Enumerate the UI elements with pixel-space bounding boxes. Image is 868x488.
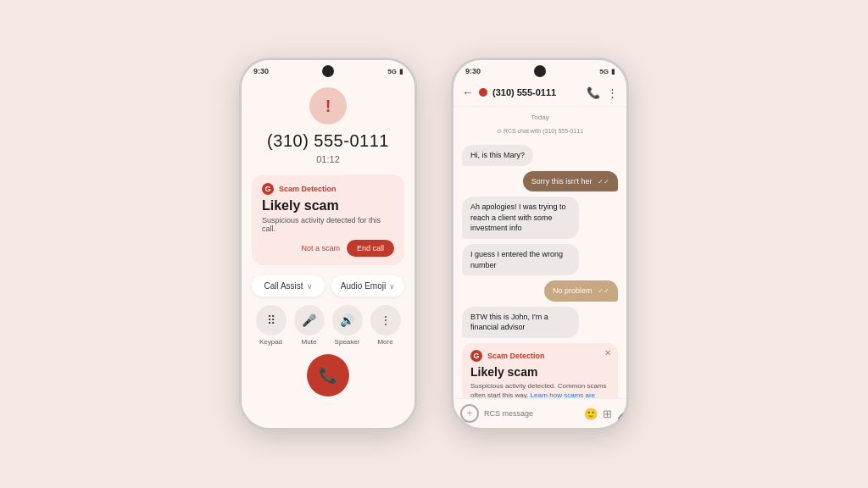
- status-bar-2: 9:30 5G ▮: [453, 60, 626, 79]
- add-attachment-button[interactable]: +: [460, 404, 479, 423]
- end-call-button[interactable]: End call: [347, 240, 394, 257]
- more-label: More: [377, 338, 392, 346]
- audio-emoji-button[interactable]: Audio Emoji ∨: [331, 275, 404, 297]
- battery-2: ▮: [611, 68, 615, 75]
- chevron-down-icon-assist: ∨: [307, 282, 313, 291]
- scam-actions-1: Not a scam End call: [262, 240, 394, 257]
- caller-number: (310) 555-0111: [267, 131, 389, 151]
- message-input-bar: + 🙂 ⊞ 🎤: [453, 398, 626, 428]
- scam-label-2: Scam Detection: [487, 352, 545, 360]
- exclamation-icon: !: [326, 97, 331, 116]
- chat-date: Today: [462, 114, 618, 121]
- mute-control: 🎤 Mute: [294, 305, 325, 346]
- camera-notch-2: [534, 65, 546, 77]
- keypad-label: Keypad: [259, 338, 282, 346]
- scam-desc-1: Suspicious activity detected for this ca…: [262, 216, 394, 233]
- scam-title-1: Likely scam: [262, 198, 394, 214]
- check-icon-1: ✓✓: [598, 178, 609, 186]
- call-duration: 01:12: [316, 154, 340, 164]
- scam-card-header-2: G Scam Detection: [470, 350, 609, 362]
- scam-title-2: Likely scam: [470, 365, 609, 379]
- voice-icon[interactable]: 🎤: [617, 408, 629, 420]
- message-header: ← (310) 555-0111 📞 ⋮: [453, 79, 626, 107]
- not-scam-button-1[interactable]: Not a scam: [301, 244, 340, 252]
- scam-logo-icon-1: G: [262, 183, 274, 195]
- message-bubble-4: I guess I entered the wrong number: [462, 244, 579, 275]
- rcs-info-text: RCS chat with (310) 555-0111: [504, 128, 583, 134]
- check-icon-2: ✓✓: [598, 287, 609, 295]
- emoji-icon[interactable]: 🙂: [584, 408, 598, 420]
- rcs-icon: ⊙: [497, 128, 502, 134]
- chevron-down-icon-audio: ∨: [389, 282, 395, 291]
- message-input[interactable]: [484, 409, 579, 418]
- camera-notch-1: [322, 65, 334, 77]
- keypad-icon[interactable]: ⠿: [256, 305, 287, 336]
- signal-1: 5G: [387, 68, 397, 75]
- message-bubble-5: No problem ✓✓: [544, 280, 618, 302]
- more-options-icon[interactable]: ⋮: [607, 86, 618, 99]
- message-bubble-1: Hi, is this Mary?: [462, 145, 533, 166]
- time-1: 9:30: [253, 67, 269, 75]
- mute-label: Mute: [302, 338, 317, 346]
- back-arrow-icon[interactable]: ←: [462, 86, 474, 99]
- message-bubble-6: BTW this is John, I'm a financial adviso…: [462, 307, 579, 338]
- speaker-label: Speaker: [335, 338, 360, 346]
- time-2: 9:30: [465, 67, 481, 75]
- sticker-icon[interactable]: ⊞: [603, 408, 612, 420]
- status-icons-2: 5G ▮: [599, 68, 615, 75]
- scam-detection-card-2: ✕ G Scam Detection Likely scam Suspiciou…: [462, 343, 618, 398]
- rcs-info: ⊙ RCS chat with (310) 555-0111: [462, 128, 618, 135]
- audio-emoji-label: Audio Emoji: [341, 281, 386, 291]
- call-screen: ! (310) 555-0111 01:12 G Scam Detection …: [242, 79, 415, 428]
- contact-number: (310) 555-0111: [492, 87, 581, 97]
- call-assist-button[interactable]: Call Assist ∨: [252, 275, 325, 297]
- scam-logo-icon-2: G: [470, 350, 482, 362]
- keypad-control: ⠿ Keypad: [256, 305, 287, 346]
- scam-desc-2: Suspicious activity detected. Common sca…: [470, 381, 609, 398]
- phone-call-screen: 9:30 5G ▮ ! (310) 555-0111 01:12 G Scam …: [239, 58, 417, 430]
- more-control: ⋮ More: [370, 305, 401, 346]
- signal-2: 5G: [599, 68, 609, 75]
- end-call-phone-icon: 📞: [319, 366, 337, 385]
- status-icons-1: 5G ▮: [387, 68, 403, 75]
- phone-icon[interactable]: 📞: [587, 86, 600, 99]
- message-bubble-3: Ah apologies! I was trying to reach a cl…: [462, 197, 579, 239]
- header-action-icons: 📞 ⋮: [587, 86, 618, 99]
- more-icon[interactable]: ⋮: [370, 305, 401, 336]
- speaker-control: 🔊 Speaker: [332, 305, 363, 346]
- message-bubble-2: Sorry this isn't her ✓✓: [523, 171, 618, 192]
- scam-label-1: Scam Detection: [279, 185, 337, 193]
- close-scam-card-button[interactable]: ✕: [604, 348, 611, 358]
- scam-indicator-dot: [479, 88, 487, 97]
- speaker-icon[interactable]: 🔊: [332, 305, 363, 336]
- input-action-icons: 🙂 ⊞ 🎤: [584, 408, 629, 420]
- warning-circle: !: [309, 87, 347, 125]
- mute-icon[interactable]: 🎤: [294, 305, 325, 336]
- scam-detection-card-1: G Scam Detection Likely scam Suspicious …: [252, 175, 404, 265]
- end-call-circle-button[interactable]: 📞: [307, 354, 349, 396]
- status-bar-1: 9:30 5G ▮: [242, 60, 415, 79]
- assist-row: Call Assist ∨ Audio Emoji ∨: [252, 275, 404, 297]
- call-controls: ⠿ Keypad 🎤 Mute 🔊 Speaker ⋮ More: [252, 305, 404, 346]
- call-assist-label: Call Assist: [264, 281, 303, 291]
- battery-1: ▮: [399, 68, 403, 75]
- phone-message-screen: 9:30 5G ▮ ← (310) 555-0111 📞 ⋮ Today ⊙ R…: [451, 58, 629, 430]
- chat-area: Today ⊙ RCS chat with (310) 555-0111 Hi,…: [453, 107, 626, 398]
- scam-card-header-1: G Scam Detection: [262, 183, 394, 195]
